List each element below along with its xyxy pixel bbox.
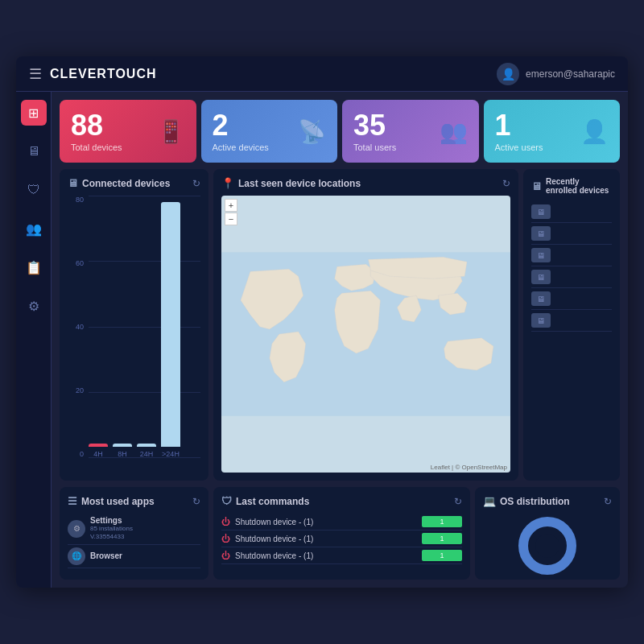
header-right: 👤 emerson@saharapic (497, 63, 615, 85)
sidebar-item-grid[interactable]: ⊞ (21, 100, 47, 126)
brand-name: CLEVERTOUCH (50, 67, 157, 81)
enrolled-header: 🖥 Recently enrolled devices (531, 177, 612, 195)
settings-app-icon: ⚙ (68, 520, 85, 538)
y-axis: 80 60 40 20 0 (68, 196, 84, 458)
main-content: ⊞ 🖥 🛡 👥 📋 ⚙ 88 Total devices 📱 (16, 92, 628, 588)
cmd-bar-3: 1 (422, 550, 462, 561)
connected-devices-refresh[interactable]: ↻ (192, 178, 200, 189)
map-header: 📍 Last seen device locations ↻ (221, 177, 510, 189)
device-item: 🖥 (531, 266, 612, 288)
apps-icon: ☰ (68, 495, 77, 507)
stat-label-4: Active users (495, 142, 543, 152)
os-header: 💻 OS distribution ↻ (483, 495, 612, 507)
commands-title: 🛡 Last commands (221, 495, 309, 507)
stat-label-2: Active devices (213, 142, 269, 152)
stat-label-3: Total users (353, 142, 396, 152)
shutdown-icon-2: ⏻ (221, 534, 230, 543)
header: ☰ CLEVERTOUCH 👤 emerson@saharapic (16, 56, 628, 92)
apps-header: ☰ Most used apps ↻ (68, 495, 200, 507)
enrolled-panel: 🖥 Recently enrolled devices 🖥 🖥 🖥 (523, 169, 620, 481)
dashboard: 88 Total devices 📱 2 Active devices 📡 35 (52, 92, 628, 588)
app-item-settings: ⚙ Settings 85 installationsV.33554433 (68, 514, 200, 545)
device-item: 🖥 (531, 288, 612, 310)
stat-active-devices: 2 Active devices 📡 (201, 100, 338, 163)
stat-icon-1: 📱 (157, 118, 185, 145)
commands-icon: 🛡 (221, 495, 232, 507)
app-name-browser: Browser (90, 551, 200, 560)
world-map-svg (221, 196, 510, 473)
sidebar-item-users[interactable]: 👥 (21, 216, 47, 242)
stat-icon-2: 📡 (298, 118, 326, 145)
commands-panel: 🛡 Last commands ↻ ⏻ Shutdown device - (1… (213, 487, 470, 580)
bars-container: 4H 8H 24H > (89, 196, 200, 458)
cmd-text-3: Shutdown device - (1) (235, 551, 417, 560)
map-refresh[interactable]: ↻ (502, 178, 510, 189)
stat-active-users: 1 Active users 👤 (484, 100, 621, 163)
map-container: + − Leaflet | © OpenStreetMap (221, 196, 510, 473)
device-icon: 🖥 (531, 313, 551, 328)
os-icon: 💻 (483, 495, 496, 507)
map-zoom-in[interactable]: + (225, 199, 237, 212)
enrolled-icon: 🖥 (531, 180, 542, 192)
apps-list: ⚙ Settings 85 installationsV.33554433 🌐 … (68, 514, 200, 568)
device-icon: 🖥 (531, 291, 551, 306)
device-icon: 🖥 (531, 248, 551, 262)
os-donut-chart (515, 514, 580, 578)
commands-header: 🛡 Last commands ↻ (221, 495, 462, 507)
svg-point-2 (535, 534, 559, 558)
bar-group-24h: 24H (137, 196, 156, 458)
commands-refresh[interactable]: ↻ (454, 496, 462, 507)
cmd-bar-1: 1 (422, 516, 462, 527)
cmd-text-1: Shutdown device - (1) (235, 518, 417, 526)
stat-icon-4: 👤 (580, 118, 609, 145)
sidebar-item-shield[interactable]: 🛡 (21, 177, 47, 203)
stat-total-users: 35 Total users 👥 (342, 100, 479, 163)
os-title: 💻 OS distribution (483, 495, 570, 507)
bottom-row: ☰ Most used apps ↻ ⚙ Settings 85 install… (60, 487, 620, 580)
stat-label-1: Total devices (71, 142, 122, 152)
app-info-settings: Settings 85 installationsV.33554433 (90, 516, 200, 542)
os-refresh[interactable]: ↻ (604, 496, 612, 507)
bar-4h (89, 444, 108, 447)
os-chart-area (483, 514, 612, 578)
browser-app-icon: 🌐 (68, 547, 85, 565)
map-zoom-out[interactable]: − (225, 213, 237, 225)
enrolled-title: 🖥 Recently enrolled devices (531, 177, 612, 195)
device-item: 🖥 (531, 223, 612, 245)
apps-panel: ☰ Most used apps ↻ ⚙ Settings 85 install… (60, 487, 208, 580)
device-item: 🖥 (531, 245, 612, 266)
dashboard-screen: ☰ CLEVERTOUCH 👤 emerson@saharapic ⊞ 🖥 🛡 … (16, 56, 628, 588)
map-pin-icon: 📍 (221, 177, 234, 189)
apps-refresh[interactable]: ↻ (192, 496, 200, 507)
stat-total-devices: 88 Total devices 📱 (60, 100, 196, 163)
device-icon: 🖥 (531, 204, 551, 219)
chart-area: 80 60 40 20 0 (68, 196, 200, 473)
commands-list: ⏻ Shutdown device - (1) 1 ⏻ Shutdown dev… (221, 514, 462, 564)
bar-8h (113, 444, 132, 447)
stat-num-1: 88 (71, 111, 122, 140)
connected-devices-title: 🖥 Connected devices (68, 177, 170, 189)
shutdown-icon-3: ⏻ (221, 551, 230, 560)
sidebar: ⊞ 🖥 🛡 👥 📋 ⚙ (16, 92, 52, 588)
app-name-settings: Settings (90, 516, 200, 525)
bar-gt24h (161, 202, 180, 447)
device-item: 🖥 (531, 310, 612, 332)
enrolled-list: 🖥 🖥 🖥 🖥 🖥 (531, 201, 612, 332)
device-icon: 🖥 (531, 270, 551, 284)
sidebar-item-gear[interactable]: ⚙ (21, 293, 47, 319)
command-item-2: ⏻ Shutdown device - (1) 1 (221, 530, 462, 547)
map-title: 📍 Last seen device locations (221, 177, 361, 189)
os-panel: 💻 OS distribution ↻ (475, 487, 620, 580)
stat-icon-3: 👥 (440, 118, 468, 145)
bar-group-gt24h: >24H (161, 196, 180, 458)
avatar: 👤 (497, 63, 519, 85)
menu-icon[interactable]: ☰ (29, 65, 42, 83)
bar-24h (137, 444, 156, 447)
cmd-bar-2: 1 (422, 533, 462, 544)
sidebar-item-monitor[interactable]: 🖥 (21, 138, 47, 164)
header-left: ☰ CLEVERTOUCH (29, 65, 157, 83)
sidebar-item-file[interactable]: 📋 (21, 254, 47, 280)
bar-group-4h: 4H (89, 196, 108, 458)
cmd-text-2: Shutdown device - (1) (235, 535, 417, 543)
map-controls: + − (225, 199, 237, 225)
